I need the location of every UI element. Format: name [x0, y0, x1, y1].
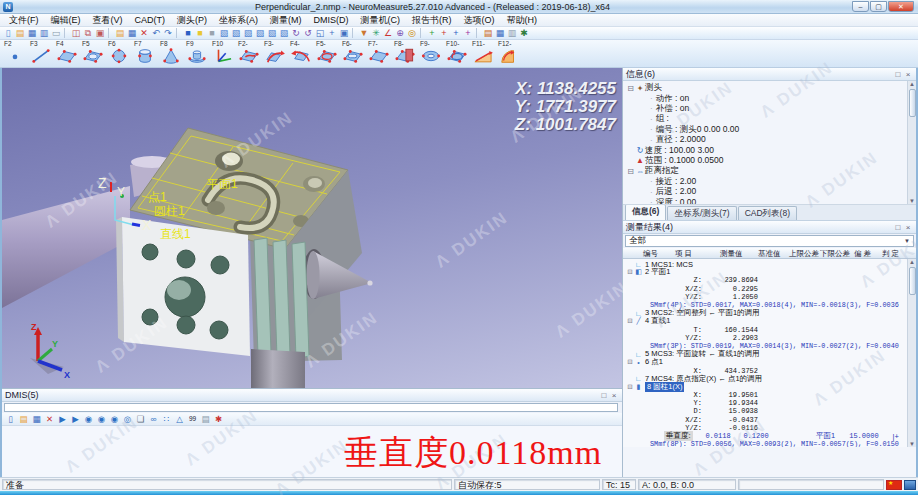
measure-tool-torus[interactable]: F9-	[418, 40, 444, 67]
measure-tool-arc-r[interactable]: F3-	[262, 40, 288, 67]
measure-tool-plane[interactable]: F4	[54, 40, 80, 67]
dmis-run-icon[interactable]: ▶	[69, 413, 82, 425]
maximize-button[interactable]: ▢	[870, 1, 887, 12]
measure-tool-plane-clip[interactable]: F8-	[392, 40, 418, 67]
col-number[interactable]: 编号	[643, 249, 658, 259]
results-filter-dropdown[interactable]: 全部 ▼	[625, 235, 914, 247]
result-row[interactable]: SMmf(8P): STD=0.0056, MAX=0.0093(2), MIN…	[623, 440, 916, 447]
close-button[interactable]: ✕	[888, 1, 914, 12]
result-row[interactable]: Y:19.9344	[623, 399, 916, 407]
dmis-pause-icon[interactable]: ◉	[95, 413, 108, 425]
result-row[interactable]: ⊟•6 点1	[623, 358, 916, 366]
probe-angle-icon[interactable]: ∠	[382, 27, 394, 39]
dmis-run-all-icon[interactable]: ▶	[56, 413, 69, 425]
dmis-command-input[interactable]	[4, 403, 618, 412]
cs-offset-icon[interactable]: +	[462, 27, 474, 39]
expand-toggle-icon[interactable]: ⊟	[626, 317, 634, 325]
menu-item[interactable]: 帮助(H)	[501, 14, 544, 27]
measure-tool-circle-plane[interactable]: F5-	[314, 40, 340, 67]
menu-item[interactable]: 文件(F)	[3, 14, 45, 27]
measure-tool-arc-r2[interactable]: F4-	[288, 40, 314, 67]
menu-item[interactable]: 查看(V)	[87, 14, 129, 27]
delete-icon[interactable]: ✕	[138, 27, 150, 39]
measure-tool-ring-plane[interactable]: F10-	[444, 40, 470, 67]
import-icon[interactable]: ▤	[114, 27, 126, 39]
view-wireframe-icon[interactable]: ■	[194, 27, 206, 39]
view-right-icon[interactable]: ▧	[266, 27, 278, 39]
menu-item[interactable]: CAD(T)	[129, 15, 172, 25]
camera-icon[interactable]: ▣	[94, 27, 106, 39]
view-hidden-icon[interactable]: ■	[206, 27, 218, 39]
view-shaded-icon[interactable]: ■	[182, 27, 194, 39]
expand-toggle-icon[interactable]: ⊟	[626, 84, 635, 93]
result-row[interactable]: ⊟▮8 圆柱1(X)	[623, 383, 916, 391]
measure-tool-angle[interactable]: F11-	[470, 40, 496, 67]
new-file-icon[interactable]: ▯	[2, 27, 14, 39]
col-lower-tol[interactable]: 下限公差	[820, 249, 850, 259]
zoom-window-icon[interactable]: ◱	[314, 27, 326, 39]
result-row[interactable]: X/Z:-0.0437	[623, 416, 916, 424]
report-icon[interactable]: ▤	[482, 27, 494, 39]
info-close-icon[interactable]: ×	[903, 70, 913, 79]
result-row[interactable]: Y/Z:2.2903	[623, 334, 916, 342]
panel-tab[interactable]: CAD列表(8)	[738, 206, 797, 220]
snap-icon[interactable]: ◎	[406, 27, 418, 39]
measure-tool-sphere[interactable]: F6	[106, 40, 132, 67]
col-nominal[interactable]: 基准值	[758, 249, 781, 259]
redo-icon[interactable]: ↷	[162, 27, 174, 39]
view-top-icon[interactable]: ▧	[278, 27, 290, 39]
col-item[interactable]: 项 目	[675, 249, 692, 259]
undo-icon[interactable]: ↶	[150, 27, 162, 39]
dmis-linenumber-icon[interactable]: 99	[186, 413, 199, 425]
menu-item[interactable]: 编辑(E)	[45, 14, 87, 27]
info-tree-scrollbar[interactable]: ▲▼	[907, 81, 916, 204]
measure-tool-slot-plane[interactable]: F6-	[340, 40, 366, 67]
dmis-close-icon[interactable]: ✕	[43, 413, 56, 425]
panel-tab[interactable]: 坐标系/测头(7)	[667, 206, 736, 220]
info-tree-item[interactable]: ·深度 : 0.00	[626, 197, 906, 205]
results-scrollbar[interactable]: ▲▼	[907, 259, 916, 447]
result-row[interactable]: ⊟◧2 平面1	[623, 268, 916, 276]
results-pin-icon[interactable]: □	[893, 223, 903, 232]
expand-toggle-icon[interactable]: ⊟	[626, 268, 634, 276]
col-deviation[interactable]: 偏 差	[854, 249, 871, 259]
result-row[interactable]: Y/Z:1.2050	[623, 293, 916, 301]
dmis-close-icon[interactable]: ×	[609, 391, 619, 400]
dmis-tools-icon[interactable]: ✱	[212, 413, 225, 425]
cs-align-icon[interactable]: +	[438, 27, 450, 39]
dmis-search-icon[interactable]: ∞	[147, 413, 160, 425]
menu-item[interactable]: 测头(P)	[171, 14, 213, 27]
menu-item[interactable]: 坐标系(A)	[213, 14, 264, 27]
print-icon[interactable]: ▭	[50, 27, 62, 39]
view-left-icon[interactable]: ▧	[254, 27, 266, 39]
view-iso-icon[interactable]: ▧	[218, 27, 230, 39]
minimize-button[interactable]: –	[852, 1, 869, 12]
col-judgement[interactable]: 判 定	[882, 249, 899, 259]
measure-tool-axes[interactable]: F10	[210, 40, 236, 67]
dmis-open-icon[interactable]: ▤	[17, 413, 30, 425]
export-icon[interactable]: ▦	[126, 27, 138, 39]
dmis-list-icon[interactable]: ▤	[199, 413, 212, 425]
results-close-icon[interactable]: ×	[903, 223, 913, 232]
probe-position-icon[interactable]: ⊕	[394, 27, 406, 39]
result-row[interactable]: ⊟╱4 直线1	[623, 317, 916, 325]
dmis-pin-icon[interactable]: □	[599, 391, 609, 400]
copy-view-icon[interactable]: ⧉	[82, 27, 94, 39]
dmis-step-icon[interactable]: ◉	[82, 413, 95, 425]
screen-capture-icon[interactable]: ◫	[70, 27, 82, 39]
info-pin-icon[interactable]: □	[893, 70, 903, 79]
dmis-page-icon[interactable]: ❏	[134, 413, 147, 425]
save-icon[interactable]: ▦	[26, 27, 38, 39]
zoom-in-icon[interactable]: +	[326, 27, 338, 39]
menu-item[interactable]: 测量机(C)	[355, 14, 407, 27]
menu-item[interactable]: 测量(M)	[264, 14, 308, 27]
result-row[interactable]: X:19.9501	[623, 391, 916, 399]
dmis-record-icon[interactable]: ◎	[121, 413, 134, 425]
result-row[interactable]: Z:239.8694	[623, 276, 916, 284]
measure-tool-cone[interactable]: F8	[158, 40, 184, 67]
cs-rotate-icon[interactable]: +	[450, 27, 462, 39]
dmis-stop-icon[interactable]: ◉	[108, 413, 121, 425]
probe-calibrate-icon[interactable]: ✳	[370, 27, 382, 39]
col-measured[interactable]: 测量值	[720, 249, 743, 259]
dmis-new-icon[interactable]: ▯	[4, 413, 17, 425]
